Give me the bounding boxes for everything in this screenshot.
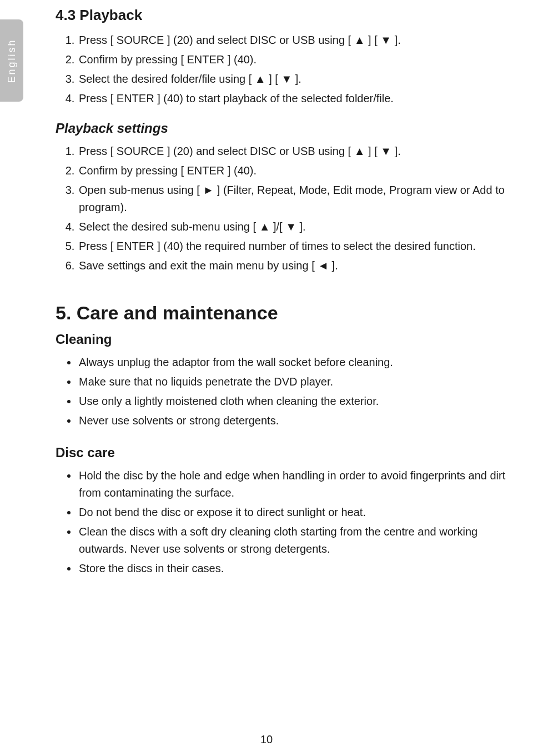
language-label: English [6, 38, 18, 83]
cleaning-title: Cleaning [56, 332, 522, 347]
section-5-title: 5. Care and maintenance [56, 302, 522, 324]
list-item: Press [ ENTER ] (40) to start playback o… [78, 90, 522, 107]
page-content: 4.3 Playback Press [ SOURCE ] (20) and s… [56, 0, 522, 756]
list-item: Store the discs in their cases. [78, 560, 522, 577]
list-item: Select the desired folder/file using [ ▲… [78, 71, 522, 88]
disc-care-title: Disc care [56, 445, 522, 460]
list-item: Confirm by pressing [ ENTER ] (40). [78, 162, 522, 179]
list-item: Press [ SOURCE ] (20) and select DISC or… [78, 32, 522, 49]
list-item: Hold the disc by the hole and edge when … [78, 467, 522, 502]
list-item: Press [ SOURCE ] (20) and select DISC or… [78, 143, 522, 160]
list-item: Make sure that no liquids penetrate the … [78, 373, 522, 390]
list-item: Save settings and exit the main menu by … [78, 257, 522, 274]
list-item: Never use solvents or strong detergents. [78, 412, 522, 429]
page-number: 10 [0, 733, 533, 746]
playback-settings-title: Playback settings [56, 121, 522, 136]
playback-settings-steps: Press [ SOURCE ] (20) and select DISC or… [56, 143, 522, 274]
list-item: Confirm by pressing [ ENTER ] (40). [78, 51, 522, 68]
list-item: Open sub-menus using [ ► ] (Filter, Repe… [78, 182, 522, 216]
disc-care-list: Hold the disc by the hole and edge when … [56, 467, 522, 577]
list-item: Press [ ENTER ] (40) the required number… [78, 238, 522, 255]
list-item: Always unplug the adaptor from the wall … [78, 354, 522, 371]
playback-steps: Press [ SOURCE ] (20) and select DISC or… [56, 32, 522, 107]
cleaning-list: Always unplug the adaptor from the wall … [56, 354, 522, 429]
list-item: Select the desired sub-menu using [ ▲ ]/… [78, 218, 522, 236]
list-item: Do not bend the disc or expose it to dir… [78, 504, 522, 521]
list-item: Clean the discs with a soft dry cleaning… [78, 523, 522, 558]
list-item: Use only a lightly moistened cloth when … [78, 393, 522, 410]
section-4-3-title: 4.3 Playback [56, 7, 522, 24]
language-tab: English [0, 19, 23, 102]
